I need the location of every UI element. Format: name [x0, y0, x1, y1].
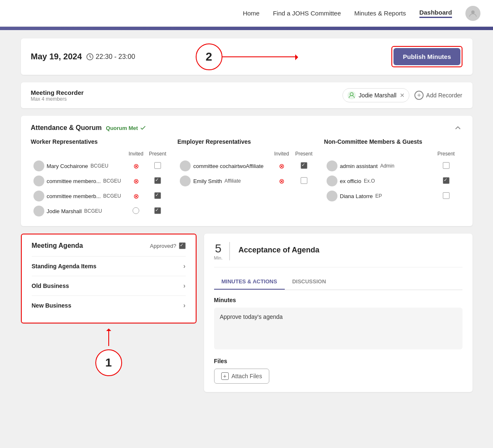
attendance-title: Attendance & Quorum Quorum Met: [31, 124, 146, 132]
agenda-item-new-business[interactable]: New Business ›: [32, 295, 186, 315]
attendance-card: Attendance & Quorum Quorum Met Worker Re…: [21, 116, 473, 226]
meeting-time: 22:30 - 23:00: [86, 53, 135, 61]
table-row: ex officio Ex.O: [324, 173, 462, 188]
avatar: [33, 176, 44, 186]
annotation-2: 2: [196, 43, 298, 70]
minutes-text-area[interactable]: Approve today's agenda: [214, 308, 462, 349]
meeting-date: May 19, 2024 22:30 - 23:00: [31, 52, 135, 61]
right-panel: 5 Min. Acceptance of Agenda MINUTES & AC…: [204, 234, 473, 392]
user-avatar[interactable]: [465, 6, 480, 21]
checkbox[interactable]: [154, 162, 161, 169]
worker-reps-col: Worker Representatives Invited Present M…: [31, 138, 169, 219]
table-row: Diana Latorre EP: [324, 188, 462, 204]
attach-files-label: Attach Files: [232, 373, 262, 379]
recorder-row: Meeting Recorder Max 4 members Jodie Mar…: [21, 82, 473, 108]
checkbox[interactable]: [443, 162, 450, 169]
checkbox[interactable]: [443, 192, 450, 199]
table-row: Mary Cochairone BCGEU ⊗: [31, 158, 169, 173]
minutes-label: Min.: [214, 255, 223, 260]
attendance-grid: Worker Representatives Invited Present M…: [31, 138, 462, 219]
files-section-title: Files: [214, 358, 462, 364]
recorder-chip: Jodie Marshall ✕: [342, 88, 409, 102]
checkbox-checked[interactable]: [154, 177, 161, 184]
chevron-right-icon: ›: [183, 302, 185, 309]
employer-reps-col: Employer Representatives Invited Present…: [177, 138, 316, 219]
x-icon: ⊗: [133, 162, 139, 170]
nav-find-committee[interactable]: Find a JOHS Committee: [273, 10, 341, 17]
table-row: Emily Smith Affiliate ⊗: [177, 173, 316, 188]
non-committee-col: Non-Committee Members & Guests Present a…: [324, 138, 462, 219]
arrow-line: [222, 56, 298, 57]
non-committee-title: Non-Committee Members & Guests: [324, 138, 462, 145]
avatar: [180, 160, 191, 171]
main-content: May 19, 2024 22:30 - 23:00 2 Publish Min…: [8, 30, 485, 400]
publish-btn-wrapper: Publish Minutes: [391, 46, 462, 67]
agenda-card: Meeting Agenda Approved? Standing Agenda…: [21, 234, 197, 323]
files-section: Files + Attach Files: [214, 358, 462, 384]
x-icon: ⊗: [133, 192, 139, 200]
agenda-item-name: Acceptance of Agenda: [238, 246, 319, 255]
non-committee-table: Present admin assistant Admin ex officio…: [324, 149, 462, 204]
avatar: [327, 176, 337, 186]
recorder-name: Jodie Marshall: [359, 92, 396, 99]
chevron-right-icon: ›: [183, 282, 185, 290]
svg-point-0: [471, 10, 475, 14]
agenda-item-old-business[interactable]: Old Business ›: [32, 276, 186, 295]
avatar: [33, 160, 44, 171]
x-icon: ⊗: [279, 177, 284, 185]
navigation: Home Find a JOHS Committee Minutes & Rep…: [0, 0, 493, 27]
checkbox-checked[interactable]: [301, 162, 307, 169]
table-row: admin assistant Admin: [324, 158, 462, 173]
collapse-icon[interactable]: [453, 123, 462, 132]
nav-dashboard[interactable]: Dashboard: [419, 9, 452, 18]
arrowhead: [295, 54, 301, 60]
avatar: [33, 206, 44, 216]
checkbox-checked[interactable]: [154, 192, 161, 199]
circle-empty: [133, 207, 139, 214]
table-row: committee membero... BCGEU ⊗: [31, 173, 169, 188]
approved-checkbox[interactable]: [179, 242, 186, 249]
recorder-info: Meeting Recorder Max 4 members: [31, 89, 84, 102]
checkbox-checked[interactable]: [154, 207, 161, 214]
quorum-badge: Quorum Met: [106, 125, 146, 131]
meeting-header: May 19, 2024 22:30 - 23:00 2 Publish Min…: [21, 38, 473, 75]
publish-minutes-button[interactable]: Publish Minutes: [393, 48, 460, 65]
bottom-columns: Meeting Agenda Approved? Standing Agenda…: [21, 234, 473, 392]
remove-recorder-button[interactable]: ✕: [400, 92, 405, 99]
avatar: [180, 176, 191, 186]
checkbox[interactable]: [301, 177, 307, 184]
plus-square-icon: +: [221, 372, 229, 380]
x-icon: ⊗: [279, 162, 284, 170]
date-text: May 19, 2024: [31, 52, 82, 61]
add-recorder-button[interactable]: + Add Recorder: [414, 91, 462, 100]
left-column: Meeting Agenda Approved? Standing Agenda…: [21, 234, 197, 392]
worker-reps-title: Worker Representatives: [31, 138, 169, 145]
nav-home[interactable]: Home: [243, 10, 260, 17]
recorder-right: Jodie Marshall ✕ + Add Recorder: [342, 88, 462, 102]
avatar: [327, 191, 337, 201]
circle-1-badge: 1: [95, 349, 122, 376]
add-recorder-label: Add Recorder: [426, 92, 462, 99]
minutes-number: 5: [215, 242, 222, 255]
agenda-approved: Approved?: [150, 242, 186, 249]
checkbox-checked[interactable]: [443, 177, 450, 184]
arrow-up: [108, 329, 109, 346]
attach-files-button[interactable]: + Attach Files: [214, 369, 269, 384]
minutes-badge: 5 Min.: [214, 242, 230, 260]
employer-reps-title: Employer Representatives: [177, 138, 316, 145]
agenda-item-standing[interactable]: Standing Agenda Items ›: [32, 256, 186, 276]
chevron-right-icon: ›: [183, 262, 185, 270]
agenda-header: Meeting Agenda Approved?: [32, 242, 186, 249]
table-row: committee cochairtwoAffiliate ⊗: [177, 158, 316, 173]
tab-bar: MINUTES & ACTIONS DISCUSSION: [214, 274, 462, 290]
recorder-title: Meeting Recorder: [31, 89, 84, 96]
minutes-section-title: Minutes: [214, 297, 462, 303]
tab-discussion[interactable]: DISCUSSION: [285, 274, 334, 290]
agenda-item-header: 5 Min. Acceptance of Agenda: [214, 242, 462, 267]
attendance-header: Attendance & Quorum Quorum Met: [31, 123, 462, 132]
nav-minutes-reports[interactable]: Minutes & Reports: [354, 10, 406, 17]
worker-reps-table: Invited Present Mary Cochairone BCGEU ⊗ …: [31, 149, 169, 219]
agenda-card-title: Meeting Agenda: [32, 242, 83, 249]
tab-minutes-actions[interactable]: MINUTES & ACTIONS: [214, 274, 285, 290]
avatar: [33, 191, 44, 201]
